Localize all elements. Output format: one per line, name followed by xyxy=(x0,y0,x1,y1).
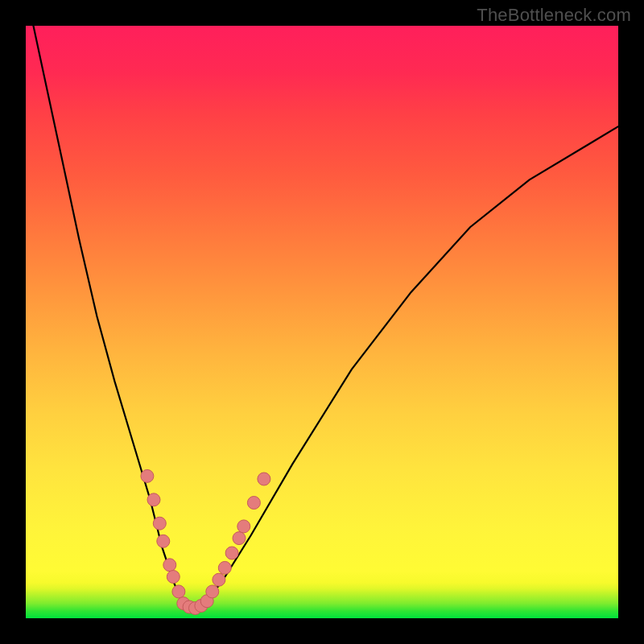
data-bead xyxy=(153,517,166,530)
watermark-text: TheBottleneck.com xyxy=(477,5,631,26)
plot-area xyxy=(26,26,618,618)
data-bead xyxy=(141,469,154,482)
bottleneck-curve xyxy=(26,0,618,609)
data-bead xyxy=(206,585,219,598)
data-bead xyxy=(225,547,238,559)
curve-svg xyxy=(26,26,618,618)
chart-frame: TheBottleneck.com xyxy=(0,0,644,644)
data-bead xyxy=(237,520,250,533)
data-bead xyxy=(163,559,176,572)
data-bead xyxy=(157,535,170,547)
data-bead xyxy=(247,497,260,510)
data-bead xyxy=(147,493,160,506)
data-beads xyxy=(141,469,270,614)
data-bead xyxy=(213,573,225,586)
data-bead xyxy=(233,532,246,545)
data-bead xyxy=(172,585,185,598)
data-bead xyxy=(258,473,270,485)
data-bead xyxy=(218,561,231,574)
data-bead xyxy=(167,571,180,584)
